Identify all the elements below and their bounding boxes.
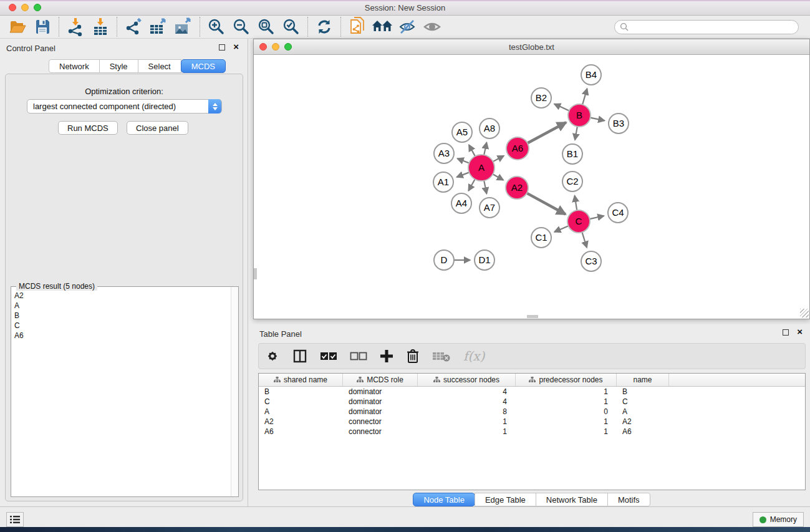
graph-edge-C-C1[interactable] [554, 226, 568, 232]
graph-node-A7[interactable]: A7 [480, 198, 499, 218]
graph-node-B2[interactable]: B2 [531, 88, 551, 108]
deselect-all-icon[interactable] [350, 347, 367, 365]
mcds-result-item[interactable]: A [11, 301, 238, 311]
export-network-icon[interactable] [121, 17, 146, 37]
function-builder-icon[interactable]: f(x) [463, 349, 485, 364]
graph-node-A3[interactable]: A3 [434, 143, 454, 163]
tab-node-table[interactable]: Node Table [413, 493, 475, 506]
graph-node-C4[interactable]: C4 [608, 203, 628, 223]
network-graph[interactable]: A A6 A2 B C A1 A3 A4 A5 A7 A8 B1 B2 [254, 55, 809, 318]
column-header-shared-name[interactable]: shared name [259, 374, 343, 386]
search-field[interactable] [614, 20, 799, 34]
refresh-icon[interactable] [312, 17, 337, 37]
table-cell-mcds-role[interactable]: dominator [343, 407, 418, 416]
graph-edge-C-C3[interactable] [582, 232, 587, 248]
table-cell-successor-nodes[interactable]: 4 [418, 387, 516, 396]
table-cell-name[interactable]: A [617, 407, 669, 416]
search-input[interactable] [632, 22, 793, 31]
result-list-scrollbar[interactable] [231, 287, 238, 496]
table-cell-shared-name[interactable]: B [259, 387, 343, 396]
task-history-button[interactable] [6, 512, 24, 527]
graph-node-A1[interactable]: A1 [433, 172, 453, 192]
tab-network[interactable]: Network [49, 59, 100, 73]
graph-node-C1[interactable]: C1 [531, 228, 551, 248]
mcds-result-item[interactable]: A6 [11, 331, 238, 341]
table-cell-name[interactable]: A6 [617, 427, 669, 436]
canvas-vertical-scrollbar[interactable] [254, 268, 257, 279]
graph-edge-A-A7[interactable] [484, 181, 486, 194]
graph-node-C3[interactable]: C3 [581, 251, 601, 271]
table-cell-successor-nodes[interactable]: 4 [418, 397, 516, 406]
show-panels-icon[interactable] [420, 17, 445, 37]
table-cell-name[interactable]: C [617, 397, 669, 406]
graph-edge-C-C2[interactable] [575, 196, 577, 211]
graph-edge-A-A5[interactable] [469, 145, 475, 156]
export-image-icon[interactable] [171, 17, 196, 37]
graph-node-B3[interactable]: B3 [609, 114, 629, 133]
table-row[interactable]: A6connector11A6 [259, 427, 805, 437]
mcds-result-item[interactable]: B [11, 311, 238, 321]
table-cell-name[interactable]: A2 [617, 417, 669, 426]
table-cell-mcds-role[interactable]: dominator [343, 397, 418, 406]
mcds-result-item[interactable]: C [11, 321, 238, 331]
table-settings-icon[interactable] [265, 347, 280, 365]
graph-edge-A-A6[interactable] [493, 156, 504, 162]
export-table-icon[interactable] [146, 17, 171, 37]
float-table-panel-icon[interactable] [783, 329, 789, 336]
float-panel-icon[interactable] [219, 44, 225, 51]
zoom-out-icon[interactable] [229, 17, 254, 37]
open-session-icon[interactable] [5, 17, 30, 37]
close-table-panel-icon[interactable]: × [797, 326, 803, 337]
table-cell-shared-name[interactable]: A2 [259, 417, 343, 426]
graph-node-C[interactable]: C [567, 210, 590, 233]
graph-node-B1[interactable]: B1 [562, 144, 582, 164]
table-cell-successor-nodes[interactable]: 1 [418, 417, 516, 426]
table-cell-predecessor-nodes[interactable]: 1 [516, 427, 617, 436]
close-panel-icon[interactable]: × [233, 41, 239, 52]
delete-column-icon[interactable] [406, 347, 420, 365]
import-table-icon[interactable] [88, 17, 113, 37]
select-all-icon[interactable] [320, 347, 337, 365]
table-row[interactable]: Cdominator41C [259, 397, 805, 407]
graph-node-A5[interactable]: A5 [452, 122, 472, 142]
graph-node-A8[interactable]: A8 [480, 118, 499, 138]
new-network-from-selection-icon[interactable] [345, 17, 370, 37]
table-cell-predecessor-nodes[interactable]: 0 [516, 407, 617, 416]
column-header-predecessor-nodes[interactable]: predecessor nodes [516, 374, 617, 386]
graph-node-D[interactable]: D [434, 250, 454, 270]
network-canvas[interactable]: A A6 A2 B C A1 A3 A4 A5 A7 A8 B1 B2 [254, 55, 809, 318]
table-cell-predecessor-nodes[interactable]: 1 [516, 417, 617, 426]
zoom-selected-icon[interactable] [279, 17, 304, 37]
delete-table-icon[interactable] [432, 347, 451, 365]
graph-node-D1[interactable]: D1 [475, 250, 494, 270]
graph-edge-A-A2[interactable] [493, 174, 503, 180]
graph-node-A2[interactable]: A2 [506, 177, 528, 199]
table-cell-successor-nodes[interactable]: 1 [418, 427, 516, 436]
table-cell-shared-name[interactable]: A6 [259, 427, 343, 436]
table-row[interactable]: Bdominator41B [259, 387, 805, 397]
import-network-icon[interactable] [63, 17, 88, 37]
zoom-fit-icon[interactable] [254, 17, 279, 37]
graph-edge-A-A3[interactable] [458, 158, 470, 163]
table-cell-shared-name[interactable]: A [259, 407, 343, 416]
column-header-successor-nodes[interactable]: successor nodes [418, 374, 516, 386]
graph-node-C2[interactable]: C2 [562, 172, 582, 191]
graph-node-A6[interactable]: A6 [506, 137, 529, 160]
graph-edge-A-A4[interactable] [468, 179, 475, 191]
graph-edge-A6-B[interactable] [528, 122, 566, 143]
close-panel-button[interactable]: Close panel [127, 121, 188, 135]
graph-edge-A2-C[interactable] [527, 193, 566, 215]
tab-network-table[interactable]: Network Table [536, 493, 608, 506]
tab-select[interactable]: Select [138, 59, 181, 73]
column-visibility-icon[interactable] [292, 347, 307, 365]
table-cell-name[interactable]: B [617, 387, 669, 396]
graph-node-A[interactable]: A [468, 155, 494, 181]
table-row[interactable]: A2connector11A2 [259, 417, 805, 427]
graph-edge-B-B3[interactable] [591, 118, 605, 121]
column-header-mcds-role[interactable]: MCDS role [343, 374, 418, 386]
graph-node-B[interactable]: B [568, 104, 591, 127]
graph-edge-C-C4[interactable] [590, 216, 604, 219]
graph-node-B4[interactable]: B4 [581, 65, 601, 85]
add-column-icon[interactable] [380, 347, 393, 365]
table-cell-shared-name[interactable]: C [259, 397, 343, 406]
